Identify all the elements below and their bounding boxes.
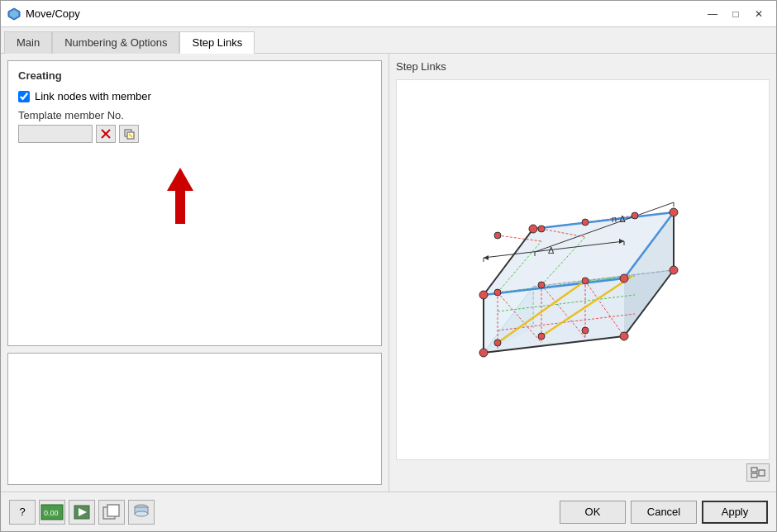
window-title: Move/Copy — [26, 7, 80, 20]
title-controls: — □ ✕ — [702, 6, 770, 22]
title-bar: Move/Copy — □ ✕ — [1, 1, 776, 27]
copy-button[interactable] — [98, 500, 125, 525]
main-content: Creating Link nodes with member Template… — [1, 54, 776, 492]
ok-button[interactable]: OK — [560, 501, 626, 524]
svg-rect-66 — [751, 468, 757, 472]
view-icon-button[interactable] — [746, 463, 770, 482]
svg-rect-68 — [759, 470, 765, 476]
tab-numbering-options[interactable]: Numbering & Options — [52, 31, 179, 54]
dialog-buttons: OK Cancel Apply — [560, 501, 768, 524]
secondary-section — [7, 353, 382, 485]
creating-title: Creating — [18, 69, 371, 82]
svg-text:0.00: 0.00 — [44, 509, 59, 517]
right-panel: Step Links — [389, 54, 776, 492]
svg-point-65 — [632, 212, 638, 219]
template-member-label: Template member No. — [18, 109, 371, 121]
arrow-indicator — [18, 159, 371, 224]
clear-icon-button[interactable] — [96, 125, 116, 143]
title-bar-left: Move/Copy — [7, 7, 80, 21]
step-links-title: Step Links — [396, 60, 770, 73]
svg-point-49 — [479, 291, 488, 299]
svg-point-57 — [538, 333, 545, 340]
play-button[interactable] — [69, 500, 95, 525]
svg-point-64 — [582, 219, 589, 226]
tab-main[interactable]: Main — [4, 31, 52, 54]
help-icon: ? — [19, 506, 25, 518]
svg-point-52 — [670, 266, 678, 274]
arrow-shaft — [175, 191, 185, 224]
step-links-diagram: Δ n·Δ — [417, 130, 748, 411]
svg-text:n·Δ: n·Δ — [612, 214, 626, 224]
window-icon — [7, 7, 21, 21]
svg-point-55 — [620, 274, 628, 283]
close-button[interactable]: ✕ — [748, 6, 770, 22]
svg-point-51 — [620, 332, 628, 340]
svg-rect-74 — [107, 505, 119, 516]
maximize-button[interactable]: □ — [725, 6, 746, 22]
svg-point-63 — [538, 226, 545, 232]
diagram-area: Δ n·Δ — [396, 79, 770, 460]
template-member-row — [18, 125, 371, 143]
database-button[interactable] — [128, 500, 155, 525]
red-arrow-up — [167, 168, 193, 224]
diagram-footer — [396, 460, 770, 485]
link-nodes-row: Link nodes with member — [18, 90, 371, 102]
svg-point-77 — [135, 511, 148, 516]
svg-point-62 — [494, 232, 501, 239]
bottom-toolbar: ? 0.00 — [9, 500, 155, 525]
creating-section: Creating Link nodes with member Template… — [7, 60, 382, 346]
value-button[interactable]: 0.00 — [39, 500, 65, 525]
bottom-bar: ? 0.00 — [1, 492, 776, 531]
minimize-button[interactable]: — — [702, 6, 723, 22]
svg-point-50 — [479, 349, 488, 357]
svg-point-58 — [582, 327, 589, 334]
link-nodes-checkbox[interactable] — [18, 91, 30, 102]
pick-member-button[interactable] — [119, 125, 139, 143]
arrow-head — [167, 168, 193, 191]
svg-text:Δ: Δ — [548, 245, 555, 255]
svg-point-61 — [582, 278, 589, 284]
tab-bar: Main Numbering & Options Step Links — [1, 27, 776, 54]
link-nodes-label: Link nodes with member — [35, 90, 151, 102]
cancel-button[interactable]: Cancel — [631, 501, 697, 524]
help-button[interactable]: ? — [9, 500, 36, 525]
main-window: Move/Copy — □ ✕ Main Numbering & Options… — [0, 0, 777, 532]
svg-point-60 — [538, 282, 545, 288]
svg-rect-67 — [751, 473, 757, 477]
apply-button[interactable]: Apply — [702, 501, 768, 524]
svg-point-59 — [494, 289, 501, 296]
template-member-input[interactable] — [18, 125, 93, 143]
left-panel: Creating Link nodes with member Template… — [1, 54, 389, 492]
svg-point-53 — [529, 225, 537, 233]
svg-point-54 — [670, 208, 678, 216]
tab-step-links[interactable]: Step Links — [179, 31, 255, 54]
svg-point-56 — [494, 340, 501, 346]
